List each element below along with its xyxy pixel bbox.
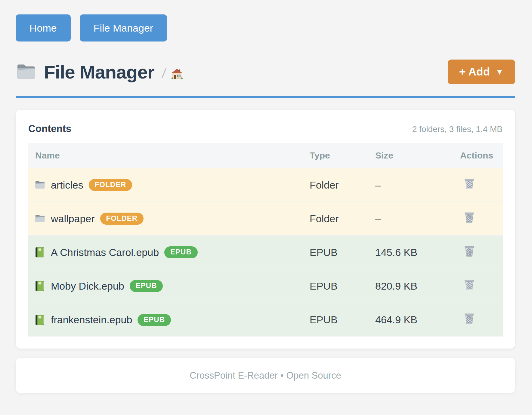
type-cell: EPUB (310, 269, 375, 303)
file-name-link[interactable]: articles (51, 179, 83, 191)
nav-file-manager-button[interactable]: File Manager (80, 14, 167, 42)
column-header-actions: Actions (460, 143, 503, 168)
folder-icon (35, 180, 45, 190)
type-cell: Folder (310, 168, 375, 202)
table-row[interactable]: Moby Dick.epub EPUB EPUB 820.9 KB (28, 269, 503, 303)
type-badge: FOLDER (89, 179, 132, 191)
delete-button[interactable] (464, 246, 475, 257)
table-row[interactable]: frankenstein.epub EPUB EPUB 464.9 KB (28, 303, 503, 337)
size-cell: – (375, 168, 460, 202)
delete-button[interactable] (464, 212, 475, 223)
file-name-link[interactable]: A Christmas Carol.epub (51, 247, 159, 258)
type-badge: EPUB (138, 314, 171, 326)
card-head: Contents 2 folders, 3 files, 1.4 MB (28, 123, 503, 134)
book-icon (35, 247, 45, 258)
contents-title: Contents (28, 123, 71, 134)
contents-summary: 2 folders, 3 files, 1.4 MB (412, 124, 503, 134)
type-cell: EPUB (310, 235, 375, 269)
name-cell: A Christmas Carol.epub EPUB (28, 246, 310, 258)
table-row[interactable]: articles FOLDER Folder – (28, 168, 503, 202)
table-row[interactable]: A Christmas Carol.epub EPUB EPUB 145.6 K… (28, 235, 503, 269)
breadcrumb-home-icon[interactable] (171, 69, 183, 79)
title-divider (16, 96, 515, 98)
file-table: Name Type Size Actions (28, 143, 503, 337)
page-header: File Manager / + Add ▼ (16, 57, 515, 87)
type-badge: EPUB (164, 246, 198, 258)
page: Home File Manager File Manager / (0, 0, 532, 415)
top-nav: Home File Manager (0, 0, 532, 42)
contents-card: Contents 2 folders, 3 files, 1.4 MB Name… (16, 110, 515, 349)
book-icon (35, 281, 45, 291)
name-cell: frankenstein.epub EPUB (28, 314, 310, 326)
column-header-type: Type (310, 143, 375, 168)
name-cell: Moby Dick.epub EPUB (28, 280, 310, 292)
add-button-label: + Add (459, 66, 490, 78)
type-badge: EPUB (130, 280, 163, 292)
book-icon (35, 315, 45, 325)
add-button[interactable]: + Add ▼ (448, 60, 515, 84)
file-name-link[interactable]: wallpaper (51, 213, 95, 225)
footer: CrossPoint E-Reader • Open Source (16, 358, 515, 393)
page-title: File Manager (44, 61, 154, 83)
delete-button[interactable] (464, 279, 475, 290)
caret-down-icon: ▼ (495, 67, 504, 77)
name-cell: articles FOLDER (28, 179, 310, 191)
trash-icon (464, 313, 475, 324)
trash-icon (464, 246, 475, 257)
folder-icon (16, 63, 37, 81)
type-cell: EPUB (310, 303, 375, 337)
footer-text: CrossPoint E-Reader • Open Source (190, 370, 341, 381)
trash-icon (464, 212, 475, 223)
type-badge: FOLDER (100, 213, 144, 225)
size-cell: 464.9 KB (375, 303, 460, 337)
size-cell: 820.9 KB (375, 269, 460, 303)
size-cell: 145.6 KB (375, 235, 460, 269)
trash-icon (464, 279, 475, 290)
table-header-row: Name Type Size Actions (28, 143, 503, 168)
delete-button[interactable] (464, 313, 475, 324)
name-cell: wallpaper FOLDER (28, 213, 310, 225)
delete-button[interactable] (464, 178, 475, 189)
file-name-link[interactable]: frankenstein.epub (51, 314, 132, 326)
table-row[interactable]: wallpaper FOLDER Folder – (28, 202, 503, 235)
nav-home-button[interactable]: Home (16, 14, 71, 42)
title-wrap: File Manager / (16, 61, 183, 83)
breadcrumb-separator: / (161, 66, 167, 81)
size-cell: – (375, 202, 460, 235)
file-name-link[interactable]: Moby Dick.epub (51, 280, 124, 292)
trash-icon (464, 178, 475, 189)
column-header-size: Size (375, 143, 460, 168)
folder-icon (35, 213, 45, 224)
column-header-name: Name (28, 143, 310, 168)
type-cell: Folder (310, 202, 375, 235)
